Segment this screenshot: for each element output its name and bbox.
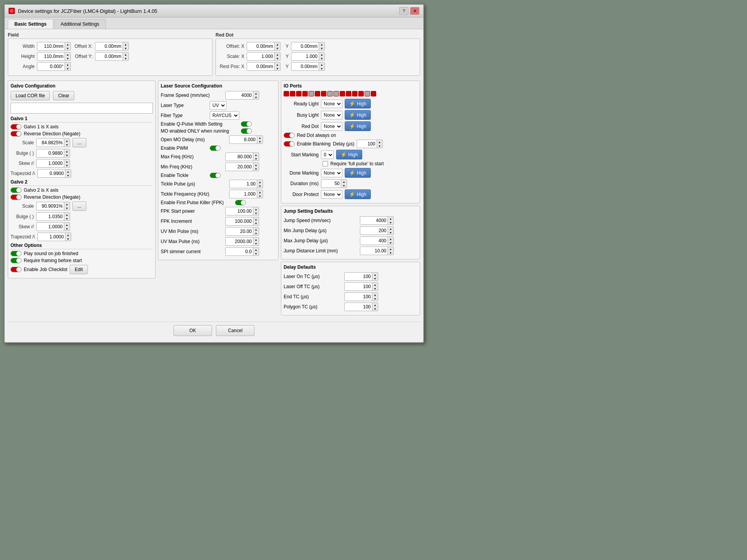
galvo2-reverse-toggle[interactable] bbox=[11, 194, 21, 200]
galvo1-bulge-input[interactable]: ▲ ▼ bbox=[36, 149, 70, 158]
galvo2-trap-up[interactable]: ▲ bbox=[65, 233, 71, 237]
frame-speed-input[interactable]: ▲ ▼ bbox=[225, 91, 259, 100]
rd-rest-y-down[interactable]: ▼ bbox=[319, 66, 324, 70]
fpk-increment-input[interactable]: ▲ ▼ bbox=[225, 217, 259, 226]
galvo1-trap-input[interactable]: ▲ ▼ bbox=[37, 169, 71, 178]
polygon-tc-up[interactable]: ▲ bbox=[372, 303, 378, 307]
rd-offset-y-input[interactable]: ▲ ▼ bbox=[291, 42, 325, 51]
rd-offset-x-up[interactable]: ▲ bbox=[275, 42, 280, 46]
spi-up[interactable]: ▲ bbox=[253, 248, 259, 252]
galvo1-dots-button[interactable]: ... bbox=[72, 138, 86, 147]
require-framing-toggle[interactable] bbox=[11, 258, 21, 263]
play-sound-toggle[interactable] bbox=[11, 251, 21, 256]
galvo2-trap-down[interactable]: ▼ bbox=[65, 237, 71, 241]
close-button[interactable]: ✕ bbox=[410, 7, 419, 15]
door-high-button[interactable]: ⚡ High bbox=[345, 189, 371, 199]
enable-checklist-toggle[interactable] bbox=[11, 267, 21, 272]
width-up[interactable]: ▲ bbox=[65, 42, 70, 46]
galvo2-skew-input[interactable]: ▲ ▼ bbox=[36, 222, 70, 231]
rd-offset-x-input[interactable]: ▲ ▼ bbox=[247, 42, 281, 51]
width-down[interactable]: ▼ bbox=[65, 46, 70, 50]
frame-speed-down[interactable]: ▼ bbox=[253, 95, 259, 99]
uv-max-up[interactable]: ▲ bbox=[253, 238, 259, 242]
offset-y-up[interactable]: ▲ bbox=[123, 52, 128, 56]
rd-offset-y-up[interactable]: ▲ bbox=[319, 42, 324, 46]
spi-down[interactable]: ▼ bbox=[253, 252, 259, 256]
enable-tickle-toggle[interactable] bbox=[210, 173, 221, 178]
jump-speed-up[interactable]: ▲ bbox=[388, 217, 393, 220]
help-button[interactable]: ? bbox=[399, 7, 409, 15]
fpk-start-up[interactable]: ▲ bbox=[253, 207, 259, 211]
galvo1-scale-down[interactable]: ▼ bbox=[64, 143, 70, 147]
galvo1-skew-up[interactable]: ▲ bbox=[64, 159, 70, 163]
max-freq-down[interactable]: ▼ bbox=[253, 157, 259, 161]
busy-high-button[interactable]: ⚡ High bbox=[345, 110, 371, 120]
tickle-pulse-down[interactable]: ▼ bbox=[257, 184, 263, 188]
max-jump-input[interactable]: ▲ ▼ bbox=[360, 236, 394, 245]
ready-light-select[interactable]: None bbox=[321, 100, 342, 108]
laser-type-select[interactable]: UV bbox=[210, 101, 226, 110]
fpk-start-input[interactable]: ▲ ▼ bbox=[225, 207, 259, 215]
tickle-pulse-input[interactable]: ▲ ▼ bbox=[229, 180, 263, 188]
angle-down[interactable]: ▼ bbox=[65, 66, 70, 70]
galvo1-skew-down[interactable]: ▼ bbox=[64, 163, 70, 167]
offset-y-down[interactable]: ▼ bbox=[123, 56, 128, 60]
fpk-start-down[interactable]: ▼ bbox=[253, 211, 259, 215]
open-mo-delay-down[interactable]: ▼ bbox=[257, 140, 263, 144]
uv-min-input[interactable]: ▲ ▼ bbox=[225, 227, 259, 236]
frame-speed-up[interactable]: ▲ bbox=[253, 91, 259, 95]
max-freq-input[interactable]: ▲ ▼ bbox=[225, 152, 259, 161]
galvo1-scale-input[interactable]: ▲ ▼ bbox=[36, 138, 70, 147]
red-dot-always-toggle[interactable] bbox=[284, 133, 295, 138]
fpk-increment-up[interactable]: ▲ bbox=[253, 217, 259, 221]
galvo1-reverse-toggle[interactable] bbox=[11, 131, 21, 136]
open-mo-delay-up[interactable]: ▲ bbox=[257, 136, 263, 140]
laser-on-down[interactable]: ▼ bbox=[372, 276, 378, 280]
rd-rest-y-up[interactable]: ▲ bbox=[319, 63, 324, 66]
uv-max-down[interactable]: ▼ bbox=[253, 242, 259, 245]
offset-x-down[interactable]: ▼ bbox=[123, 46, 128, 50]
height-down[interactable]: ▼ bbox=[65, 56, 70, 60]
rd-offset-x-down[interactable]: ▼ bbox=[275, 46, 280, 50]
rd-scale-y-up[interactable]: ▲ bbox=[319, 52, 324, 56]
offset-y-input[interactable]: ▲ ▼ bbox=[95, 52, 129, 61]
red-dot-io-select[interactable]: None bbox=[321, 122, 342, 131]
min-jump-input[interactable]: ▲ ▼ bbox=[360, 226, 394, 235]
min-jump-down[interactable]: ▼ bbox=[388, 231, 393, 234]
galvo2-trap-input[interactable]: ▲ ▼ bbox=[37, 233, 71, 241]
angle-up[interactable]: ▲ bbox=[65, 63, 70, 66]
galvo1-trap-up[interactable]: ▲ bbox=[65, 170, 71, 173]
start-high-button[interactable]: ⚡ High bbox=[336, 150, 362, 159]
spi-input[interactable]: ▲ ▼ bbox=[225, 247, 259, 256]
enable-pwm-toggle[interactable] bbox=[210, 145, 221, 151]
open-mo-delay-input[interactable]: ▲ ▼ bbox=[229, 135, 263, 144]
cancel-button[interactable]: Cancel bbox=[216, 325, 254, 336]
rd-scale-y-input[interactable]: ▲ ▼ bbox=[291, 52, 325, 61]
uv-max-input[interactable]: ▲ ▼ bbox=[225, 237, 259, 246]
galvo1-x-toggle[interactable] bbox=[11, 124, 21, 130]
galvo1-scale-up[interactable]: ▲ bbox=[64, 139, 70, 143]
clear-button[interactable]: Clear bbox=[53, 91, 74, 100]
ok-button[interactable]: OK bbox=[174, 325, 212, 336]
rd-scale-x-up[interactable]: ▲ bbox=[275, 52, 280, 56]
laser-off-up[interactable]: ▲ bbox=[372, 283, 378, 287]
duration-up[interactable]: ▲ bbox=[341, 180, 347, 184]
rd-rest-x-up[interactable]: ▲ bbox=[275, 63, 280, 66]
done-high-button[interactable]: ⚡ High bbox=[345, 168, 371, 178]
enable-blanking-toggle[interactable] bbox=[284, 141, 295, 147]
rd-rest-x-input[interactable]: ▲ ▼ bbox=[247, 62, 281, 71]
height-up[interactable]: ▲ bbox=[65, 52, 70, 56]
width-input[interactable]: ▲ ▼ bbox=[37, 42, 71, 51]
edit-button[interactable]: Edit bbox=[70, 265, 88, 274]
height-input[interactable]: ▲ ▼ bbox=[37, 52, 71, 61]
delay-input[interactable]: ▲ ▼ bbox=[357, 140, 383, 148]
laser-on-input[interactable]: ▲ ▼ bbox=[344, 272, 378, 281]
fpk-increment-down[interactable]: ▼ bbox=[253, 221, 259, 225]
duration-input[interactable]: ▲ ▼ bbox=[321, 179, 347, 188]
busy-light-select[interactable]: None bbox=[321, 111, 342, 119]
rd-rest-x-down[interactable]: ▼ bbox=[275, 66, 280, 70]
galvo2-scale-down[interactable]: ▼ bbox=[64, 206, 70, 210]
end-tc-down[interactable]: ▼ bbox=[372, 297, 378, 301]
polygon-tc-down[interactable]: ▼ bbox=[372, 307, 378, 311]
min-jump-up[interactable]: ▲ bbox=[388, 227, 393, 231]
